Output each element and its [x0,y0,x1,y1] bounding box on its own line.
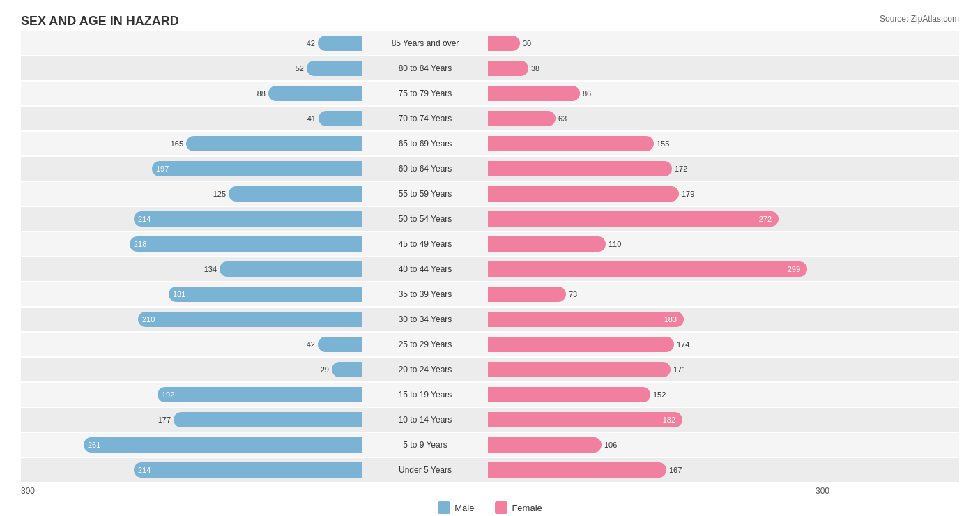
female-bar [488,36,520,51]
bar-row: 21845 to 49 Years110 [21,232,959,256]
legend-female-box [495,501,507,514]
left-section: 210 [21,308,362,331]
legend-male: Male [438,501,474,514]
legend-male-label: Male [454,503,474,513]
bar-row: 2615 to 9 Years106 [21,433,959,457]
bar-row: 214Under 5 Years167 [21,458,959,482]
right-section: 174 [488,333,829,356]
left-section: 42 [21,31,362,55]
age-label: 65 to 69 Years [362,139,488,149]
age-label: 30 to 34 Years [362,314,488,324]
male-bar [332,362,362,377]
left-section: 125 [21,182,362,206]
left-section: 88 [21,82,362,105]
male-value-outside: 41 [307,114,316,123]
age-label: Under 5 Years [362,465,488,475]
left-section: 42 [21,333,362,356]
female-bar: 299 [488,261,807,277]
bar-row: 8875 to 79 Years86 [21,82,959,105]
female-value-outside: 179 [682,190,694,198]
male-bar [307,61,362,76]
female-bar [488,287,566,302]
male-value-inside: 181 [169,290,185,298]
female-bar: 182 [488,412,682,427]
bar-row: 4170 to 74 Years63 [21,107,959,130]
left-section: 214 [21,458,362,482]
female-bar [488,387,650,402]
female-value-outside: 30 [523,39,531,47]
right-section: 272 [488,207,829,231]
female-value-inside: 182 [663,416,680,424]
male-value-outside: 42 [307,39,315,47]
female-bar [488,136,654,151]
female-bar [488,362,671,377]
female-value-outside: 73 [569,290,577,298]
right-section: 152 [488,383,829,407]
female-bar [488,437,602,453]
male-value-inside: 192 [158,390,174,399]
age-label: 10 to 14 Years [362,415,488,425]
female-value-outside: 172 [675,165,687,173]
legend: Male Female [21,501,959,514]
right-section: 183 [488,308,829,331]
bar-row: 21030 to 34 Years183 [21,308,959,331]
axis-left-label: 300 [21,486,362,496]
female-bar [488,161,672,176]
female-value-outside: 174 [677,340,689,349]
chart-title: SEX AND AGE IN HAZARD [21,14,179,29]
female-bar: 272 [488,211,779,227]
right-section: 63 [488,107,829,130]
legend-female-label: Female [512,503,542,513]
age-label: 70 to 74 Years [362,114,488,123]
female-bar [488,61,528,76]
male-value-outside: 88 [257,89,266,98]
bar-row: 2920 to 24 Years171 [21,358,959,381]
left-section: 261 [21,433,362,457]
bar-row: 16565 to 69 Years155 [21,132,959,155]
male-value-inside: 214 [134,466,151,474]
left-section: 134 [21,257,362,281]
bar-row: 12555 to 59 Years179 [21,182,959,206]
left-section: 52 [21,56,362,80]
age-label: 85 Years and over [362,38,488,48]
left-section: 192 [21,383,362,407]
male-value-outside: 52 [296,64,304,73]
left-section: 214 [21,207,362,231]
male-value-outside: 177 [158,416,171,424]
male-bar: 218 [130,236,362,252]
left-section: 165 [21,132,362,155]
male-bar [229,186,362,202]
left-section: 177 [21,408,362,432]
male-value-outside: 125 [213,190,226,198]
male-bar: 214 [134,211,362,227]
male-bar: 214 [134,462,362,478]
age-label: 40 to 44 Years [362,264,488,274]
male-bar [318,36,362,51]
age-label: 75 to 79 Years [362,89,488,98]
male-value-inside: 197 [152,165,169,173]
legend-female: Female [495,501,542,514]
female-bar [488,111,556,126]
male-value-inside: 210 [138,315,155,324]
right-section: 167 [488,458,829,482]
age-label: 20 to 24 Years [362,365,488,374]
bar-row: 13440 to 44 Years299 [21,257,959,281]
bar-row: 4285 Years and over30 [21,31,959,55]
legend-male-box [438,501,450,514]
right-section: 171 [488,358,829,381]
bar-row: 19215 to 19 Years152 [21,383,959,407]
bar-row: 18135 to 39 Years73 [21,282,959,306]
right-section: 155 [488,132,829,155]
male-value-outside: 134 [204,265,217,273]
male-value-inside: 261 [84,441,100,449]
male-bar: 261 [84,437,362,453]
left-section: 197 [21,157,362,181]
female-value-inside: 183 [664,315,681,324]
age-label: 55 to 59 Years [362,189,488,199]
male-bar: 210 [138,312,362,327]
age-label: 50 to 54 Years [362,214,488,224]
female-value-outside: 167 [669,466,682,474]
female-value-outside: 86 [583,89,591,98]
left-section: 181 [21,282,362,306]
axis-right-label: 300 [488,486,829,496]
